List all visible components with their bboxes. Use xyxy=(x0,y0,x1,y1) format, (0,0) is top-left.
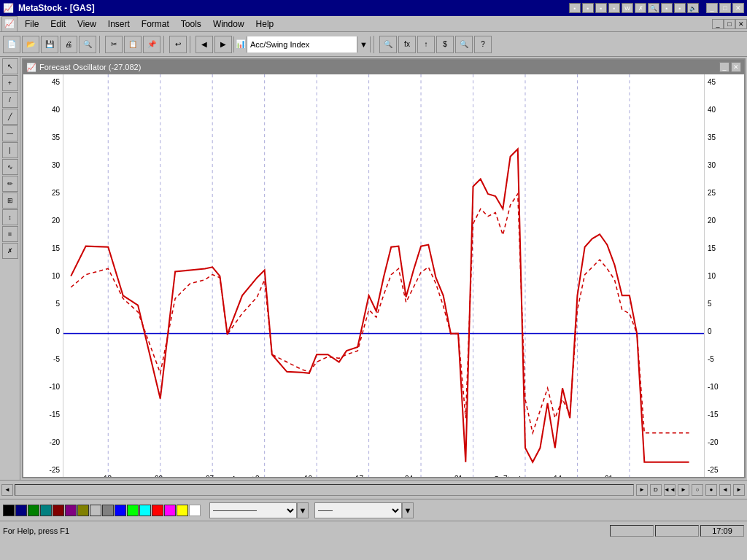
nav-right[interactable]: ▶ xyxy=(214,36,232,53)
menu-tools[interactable]: Tools xyxy=(175,18,207,31)
app-menu-icon[interactable]: 📈 xyxy=(1,16,18,32)
cursor-tool[interactable]: ↖ xyxy=(2,58,18,74)
wave-tool[interactable]: ∿ xyxy=(2,159,18,175)
diagonal-tool[interactable]: ╱ xyxy=(2,109,18,125)
copy-button[interactable]: 📋 xyxy=(124,36,142,53)
tb-btn-up[interactable]: ↑ xyxy=(417,36,435,53)
minimize-button[interactable]: _ xyxy=(706,3,718,13)
tb-btn-search2[interactable]: 🔍 xyxy=(455,36,473,53)
print-button[interactable]: 🖨 xyxy=(60,36,77,53)
scroll-back[interactable]: ◄◄ xyxy=(664,484,676,496)
add-tool[interactable]: + xyxy=(2,75,18,91)
chart-body: 45 40 35 30 25 20 15 10 5 0 -5 -10 xyxy=(23,74,744,477)
chart-svg xyxy=(63,74,704,477)
paste-button[interactable]: 📌 xyxy=(143,36,160,53)
scroll-fwd[interactable]: ► xyxy=(678,484,689,496)
chart-minimize[interactable]: _ xyxy=(719,62,729,72)
pattern-tool[interactable]: ≡ xyxy=(2,226,18,242)
scroll-track[interactable] xyxy=(15,484,634,496)
undo-button[interactable]: ↩ xyxy=(169,36,187,53)
color-lime[interactable] xyxy=(127,505,139,516)
menu-minimize[interactable]: _ xyxy=(712,19,724,29)
menu-view[interactable]: View xyxy=(71,18,102,31)
indicator-dropdown-value[interactable]: Acc/Swing Index xyxy=(247,36,357,52)
menu-window[interactable]: Window xyxy=(207,18,250,31)
menu-file[interactable]: File xyxy=(19,18,44,31)
scroll-dot[interactable]: ● xyxy=(705,484,717,496)
color-swatches xyxy=(3,505,201,516)
indicator-icon: 📊 xyxy=(234,36,247,52)
win-icon-1: ▪ xyxy=(569,3,581,13)
misc-tool[interactable]: ✗ xyxy=(2,243,18,259)
menu-bar: 📈 File Edit View Insert Format Tools Win… xyxy=(0,16,747,32)
menu-insert[interactable]: Insert xyxy=(102,18,136,31)
menu-help[interactable]: Help xyxy=(250,18,280,31)
win-icon-8: ▪ xyxy=(661,3,673,13)
color-silver[interactable] xyxy=(90,505,101,516)
close-button[interactable]: ✕ xyxy=(732,3,744,13)
bar-tool[interactable]: | xyxy=(2,142,18,158)
weight-arrow[interactable]: ▼ xyxy=(402,502,414,518)
color-maroon[interactable] xyxy=(53,505,64,516)
pencil-tool[interactable]: ✏ xyxy=(2,176,18,192)
sep1 xyxy=(99,36,102,53)
win-icon-2: ▪ xyxy=(582,3,594,13)
win-icon-7: 🔍 xyxy=(648,3,659,13)
tb-btn-fx[interactable]: fx xyxy=(398,36,416,53)
tb-btn-help[interactable]: ? xyxy=(474,36,492,53)
line-style-select[interactable]: —————— - - - - - - · · · · · · xyxy=(209,502,297,518)
line-style-arrow[interactable]: ▼ xyxy=(297,502,309,518)
scroll-left-btn[interactable]: ◄ xyxy=(1,484,13,496)
chart-close[interactable]: ✕ xyxy=(731,62,741,72)
status-help-text: For Help, press F1 xyxy=(3,526,69,535)
tb-btn-search[interactable]: 🔍 xyxy=(379,36,397,53)
scroll-right2[interactable]: ► xyxy=(733,484,745,496)
color-blue[interactable] xyxy=(115,505,126,516)
play-btn[interactable]: ► xyxy=(636,484,648,496)
status-bar: For Help, press F1 17:09 xyxy=(0,521,747,540)
indicator-dropdown-arrow[interactable]: ▼ xyxy=(357,36,370,52)
scroll-left2[interactable]: ◄ xyxy=(719,484,731,496)
sep3 xyxy=(190,36,193,53)
toolbar: 📄 📂 💾 🖨 🔍 ✂ 📋 📌 ↩ ◀ ▶ 📊 Acc/Swing Index … xyxy=(0,32,747,57)
color-green[interactable] xyxy=(28,505,39,516)
scroll-circle[interactable]: ○ xyxy=(692,484,703,496)
color-cyan[interactable] xyxy=(139,505,151,516)
color-purple[interactable] xyxy=(65,505,77,516)
arrow-tool[interactable]: ↕ xyxy=(2,209,18,225)
line-tool[interactable]: / xyxy=(2,92,18,108)
grid-tool[interactable]: ⊞ xyxy=(2,192,18,209)
status-empty-1 xyxy=(610,525,654,537)
weight-select[interactable]: —— —— (thick) xyxy=(314,502,402,518)
d-btn[interactable]: D xyxy=(650,484,662,496)
preview-button[interactable]: 🔍 xyxy=(79,36,96,53)
hline-tool[interactable]: — xyxy=(2,125,18,141)
menu-format[interactable]: Format xyxy=(136,18,175,31)
open-button[interactable]: 📂 xyxy=(22,36,39,53)
menu-close[interactable]: ✕ xyxy=(735,19,747,29)
main-area: ↖ + / ╱ — | ∿ ✏ ⊞ ↕ ≡ ✗ 📈 Forecast Oscil… xyxy=(0,57,747,480)
color-navy[interactable] xyxy=(15,505,27,516)
month-august: August xyxy=(231,475,254,477)
color-gray[interactable] xyxy=(102,505,114,516)
status-empty-2 xyxy=(655,525,699,537)
color-yellow[interactable] xyxy=(177,505,188,516)
color-teal[interactable] xyxy=(40,505,52,516)
color-black[interactable] xyxy=(3,505,15,516)
color-red[interactable] xyxy=(152,505,163,516)
color-olive[interactable] xyxy=(77,505,89,516)
win-icon-9: ▪ xyxy=(674,3,686,13)
tb-btn-dollar[interactable]: $ xyxy=(436,36,454,53)
win-icon-6: ✗ xyxy=(635,3,646,13)
right-scroll-controls: ► D ◄◄ ► ○ ● ◄ ► xyxy=(635,484,746,496)
save-button[interactable]: 💾 xyxy=(41,36,58,53)
new-button[interactable]: 📄 xyxy=(3,36,20,53)
menu-maximize[interactable]: □ xyxy=(724,19,735,29)
status-time: 17:09 xyxy=(700,525,744,537)
menu-edit[interactable]: Edit xyxy=(44,18,71,31)
nav-left[interactable]: ◀ xyxy=(196,36,213,53)
color-fuchsia[interactable] xyxy=(164,505,176,516)
cut-button[interactable]: ✂ xyxy=(105,36,123,53)
color-white[interactable] xyxy=(189,505,201,516)
maximize-button[interactable]: □ xyxy=(719,3,731,13)
